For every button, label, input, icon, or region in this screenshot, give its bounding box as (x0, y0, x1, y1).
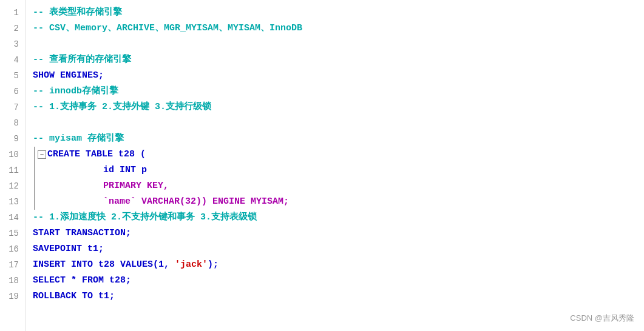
line-number: 1 (5, 5, 19, 21)
line-number: 11 (5, 162, 19, 178)
line-number: 7 (5, 99, 19, 115)
code-token: -- 查看所有的存储引擎 (33, 53, 131, 67)
line-number: 9 (5, 131, 19, 147)
code-token: -- myisam 存储引擎 (33, 132, 124, 146)
code-line (33, 115, 637, 131)
code-line: id INT p (34, 162, 637, 178)
line-number: 17 (5, 257, 19, 273)
code-line (33, 36, 637, 52)
code-line: -- 1.支持事务 2.支持外键 3.支持行级锁 (33, 99, 637, 115)
collapse-button[interactable]: − (38, 150, 46, 159)
code-line: -- CSV、Memory、ARCHIVE、MGR_MYISAM、MYISAM、… (33, 21, 637, 36)
line-number: 14 (5, 210, 19, 226)
code-line: SELECT * FROM t28; (33, 273, 637, 289)
line-number: 3 (5, 36, 19, 52)
code-token: -- 1.支持事务 2.支持外键 3.支持行级锁 (33, 100, 211, 115)
code-token: -- 1.添加速度快 2.不支持外键和事务 3.支持表级锁 (33, 210, 257, 225)
line-number: 12 (5, 178, 19, 194)
code-token: id INT p (38, 163, 147, 178)
code-token: CREATE TABLE t28 ( (47, 147, 146, 162)
code-token: ); (208, 258, 219, 272)
code-token: START TRANSACTION; (33, 226, 131, 241)
code-token: SAVEPOINT t1; (33, 242, 104, 256)
code-line: START TRANSACTION; (33, 226, 637, 241)
code-line: -- 查看所有的存储引擎 (33, 52, 637, 68)
code-token: ROLLBACK TO t1; (33, 289, 115, 304)
code-token: -- innodb存储引擎 (33, 84, 118, 99)
line-number: 15 (5, 226, 19, 241)
code-line: -- myisam 存储引擎 (33, 131, 637, 147)
code-token: SHOW ENGINES; (33, 69, 104, 83)
code-token: -- 表类型和存储引擎 (33, 5, 122, 20)
code-token: -- CSV、Memory、ARCHIVE、MGR_MYISAM、MYISAM、… (33, 21, 302, 36)
line-number: 10 (5, 147, 19, 162)
code-token: INSERT INTO t28 VALUES(1, (33, 258, 175, 272)
code-editor: 12345678910111213141516171819 -- 表类型和存储引… (0, 0, 644, 331)
code-line: PRIMARY KEY, (34, 178, 637, 194)
line-number: 4 (5, 52, 19, 68)
code-line: SHOW ENGINES; (33, 68, 637, 84)
code-line: −CREATE TABLE t28 ( (34, 147, 637, 162)
code-token: 'jack' (175, 258, 208, 272)
line-numbers: 12345678910111213141516171819 (0, 0, 25, 331)
code-line: -- 表类型和存储引擎 (33, 5, 637, 21)
line-number: 8 (5, 115, 19, 131)
line-number: 18 (5, 273, 19, 289)
code-line: -- 1.添加速度快 2.不支持外键和事务 3.支持表级锁 (33, 210, 637, 226)
line-number: 16 (5, 241, 19, 257)
code-line: INSERT INTO t28 VALUES(1, 'jack'); (33, 257, 637, 273)
line-number: 19 (5, 289, 19, 304)
line-number: 2 (5, 21, 19, 36)
line-number: 13 (5, 194, 19, 210)
code-token: `name` VARCHAR(32)) ENGINE MYISAM; (38, 195, 289, 209)
code-line: ROLLBACK TO t1; (33, 289, 637, 304)
code-line: SAVEPOINT t1; (33, 241, 637, 257)
line-number: 5 (5, 68, 19, 84)
line-number: 6 (5, 84, 19, 99)
code-line: `name` VARCHAR(32)) ENGINE MYISAM; (34, 194, 637, 210)
code-area[interactable]: -- 表类型和存储引擎-- CSV、Memory、ARCHIVE、MGR_MYI… (25, 0, 644, 331)
code-line: -- innodb存储引擎 (33, 84, 637, 99)
code-token: SELECT * FROM t28; (33, 273, 131, 288)
watermark: CSDN @吉风秀隆 (570, 313, 634, 324)
code-token: PRIMARY KEY, (38, 179, 169, 193)
